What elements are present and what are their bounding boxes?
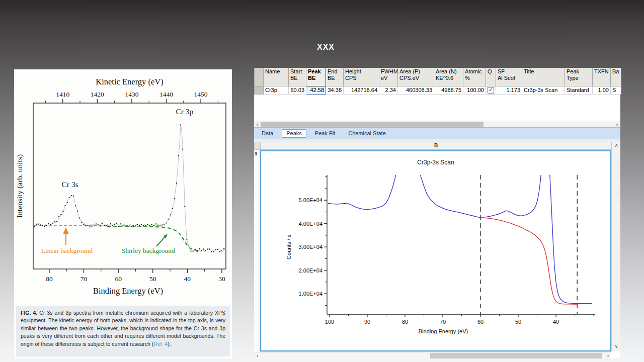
column-header[interactable]: End BE	[326, 67, 344, 86]
row-selector-header[interactable]	[255, 67, 264, 86]
y-axis-title: Intensity (arb. units)	[15, 154, 24, 218]
column-header[interactable]: Name	[264, 67, 289, 86]
svg-text:70: 70	[80, 275, 88, 283]
column-header[interactable]: Height CPS	[344, 67, 379, 86]
column-header[interactable]: Peak BE	[306, 67, 326, 86]
table-cell[interactable]: S	[611, 86, 621, 95]
scroll-down-icon[interactable]: ∨	[612, 343, 620, 351]
column-header[interactable]: Title	[522, 67, 565, 86]
slide-title: XXX	[317, 43, 335, 52]
annotation-shirley-background: Shirley background	[122, 247, 175, 254]
peak-parameters-table: NameStart BEPeak BEEnd BEHeight CPSFWHM …	[254, 67, 621, 95]
svg-text:60: 60	[477, 319, 484, 325]
table-cell[interactable]: 100.00	[463, 86, 486, 95]
table-cell[interactable]: Standard	[565, 86, 593, 95]
table-cell[interactable]: Cr3p-3s Scan	[522, 86, 565, 95]
annotation-cr-3s: Cr 3s	[62, 180, 78, 189]
series-background	[480, 218, 577, 304]
chart-axes: 5.00E+044.00E+043.00E+042.00E+041.00E+04…	[286, 175, 595, 334]
shirley-background-arrow	[156, 234, 168, 246]
svg-text:50: 50	[149, 275, 156, 283]
slide-background: XXX Kinetic Energy (eV)14101420143014401…	[0, 0, 644, 362]
chart-title: Cr3p-3s Scan	[417, 159, 454, 166]
column-header[interactable]: Area (N) KE^0.6	[434, 67, 463, 86]
chart-y-axis-title: Counts / s	[286, 234, 292, 259]
table-cell[interactable]: 1.173	[496, 86, 522, 95]
tile-column-header[interactable]: B	[260, 142, 612, 150]
figure-caption-label: FIG. 4.	[21, 310, 37, 316]
svg-text:60: 60	[115, 275, 122, 283]
table-scrollbar-thumb[interactable]	[261, 122, 484, 127]
column-header[interactable]: Area (P) CPS.eV	[398, 67, 434, 86]
scroll-up-icon[interactable]: ∧	[612, 142, 620, 150]
table-cell[interactable]: 2.34	[379, 86, 398, 95]
reference-link[interactable]: Ref. 4	[153, 341, 168, 347]
svg-text:80: 80	[402, 319, 408, 325]
row-selector-cell[interactable]	[255, 86, 264, 95]
svg-text:5.00E+04: 5.00E+04	[299, 197, 323, 203]
svg-text:70: 70	[440, 319, 446, 325]
casaxps-window: NameStart BEPeak BEEnd BEHeight CPSFWHM …	[254, 67, 620, 361]
table-cell[interactable]: 4988.75	[434, 86, 463, 95]
svg-text:90: 90	[364, 319, 370, 325]
column-header[interactable]: Q	[486, 67, 496, 86]
series-data	[328, 165, 592, 304]
tab-data[interactable]: Data	[257, 129, 278, 138]
active-display-tile[interactable]: Cr3p-3s Scan5.00E+044.00E+043.00E+042.00…	[260, 150, 611, 351]
column-header[interactable]: Peak Type	[565, 67, 593, 86]
svg-text:2.00E+04: 2.00E+04	[299, 267, 323, 274]
svg-text:80: 80	[46, 275, 53, 283]
svg-text:1450: 1450	[194, 90, 208, 98]
tile-row-header[interactable]: 3	[255, 151, 260, 156]
table-cell[interactable]: 460308.33	[398, 86, 434, 95]
svg-text:100: 100	[325, 319, 334, 325]
view-tab-strip: DataPeaksPeak FitChemical State	[254, 127, 620, 139]
table-horizontal-scrollbar: ‹ ›	[254, 121, 620, 128]
bottom-axis-title: Binding Energy (eV)	[93, 286, 163, 296]
svg-text:4.00E+04: 4.00E+04	[299, 221, 323, 227]
table-cell[interactable]: ✓	[486, 86, 496, 95]
svg-text:30: 30	[218, 275, 225, 283]
window-bottom-edge	[254, 358, 620, 361]
chart-x-axis-title: Binding Energy (eV)	[419, 328, 468, 334]
column-header[interactable]: FWHM eV	[379, 67, 398, 86]
tile-scrollbar-thumb[interactable]	[430, 353, 602, 358]
figure-caption-end: ).	[168, 341, 171, 347]
column-header[interactable]: TXFN	[593, 67, 611, 86]
tab-chemical-state[interactable]: Chemical State	[344, 129, 390, 138]
column-header[interactable]: Ba	[611, 67, 621, 86]
table-cell[interactable]: 34.38	[326, 86, 344, 95]
tile-corner-cell	[254, 142, 260, 150]
column-header[interactable]: Atomic %	[463, 67, 486, 86]
svg-text:1420: 1420	[91, 90, 104, 98]
quantify-checkbox[interactable]: ✓	[488, 87, 494, 94]
table-cell[interactable]: 60.03	[289, 86, 306, 95]
svg-text:1430: 1430	[125, 90, 138, 98]
table-cell[interactable]: 42.58	[306, 86, 326, 95]
tab-peak-fit[interactable]: Peak Fit	[310, 129, 340, 138]
tab-peaks[interactable]: Peaks	[282, 129, 306, 138]
tile-horizontal-scrollbar: ‹ ›	[254, 352, 611, 359]
top-axis-title: Kinetic Energy (eV)	[96, 77, 163, 86]
column-header[interactable]: SF Al Scof	[496, 67, 522, 86]
table-cell[interactable]: Cr3p	[264, 86, 289, 95]
svg-text:1410: 1410	[56, 90, 69, 98]
svg-text:1.00E+04: 1.00E+04	[299, 291, 323, 297]
svg-text:3.00E+04: 3.00E+04	[299, 244, 323, 250]
paper-figure-panel: Kinetic Energy (eV)141014201430144014508…	[14, 69, 232, 358]
column-header[interactable]: Start BE	[289, 67, 306, 86]
annotation-linear-background: Linear background	[41, 247, 93, 254]
table-cell[interactable]: 142718.64	[344, 86, 379, 95]
table-cell[interactable]: 1.00	[593, 86, 611, 95]
svg-text:1440: 1440	[159, 90, 173, 98]
svg-text:40: 40	[184, 275, 191, 283]
annotation-cr-3p: Cr 3p	[176, 107, 193, 116]
figure-caption-text: Cr 3s and 3p spectra from metallic chrom…	[21, 310, 225, 347]
svg-text:40: 40	[553, 319, 559, 325]
linear-background-arrow	[63, 227, 69, 245]
figure-caption: FIG. 4. Cr 3s and 3p spectra from metall…	[16, 306, 230, 356]
tile-vertical-scrollbar: ∧ ∨	[612, 142, 620, 351]
figure-axes: Kinetic Energy (eV)141014201430144014508…	[15, 77, 226, 296]
svg-text:50: 50	[515, 319, 521, 325]
xps-spectra-figure: Kinetic Energy (eV)141014201430144014508…	[14, 69, 232, 305]
